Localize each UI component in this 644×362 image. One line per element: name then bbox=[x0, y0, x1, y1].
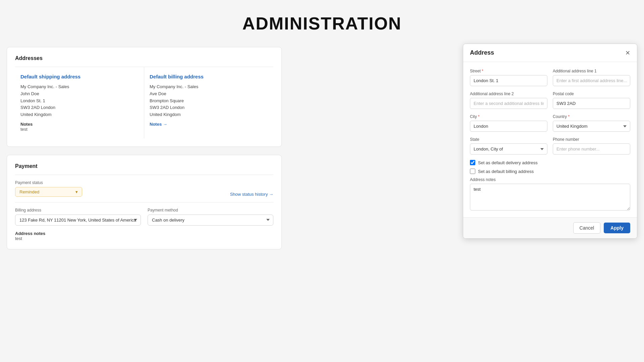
shipping-notes-value: test bbox=[20, 127, 139, 132]
modal-body: Street * Additional address line 1 Addit… bbox=[463, 62, 637, 217]
form-row-address2: Additional address line 2 Postal code bbox=[470, 92, 630, 109]
shipping-notes-label: Notes bbox=[20, 122, 139, 127]
billing-street: Brompton Square bbox=[150, 98, 268, 105]
postal-code-group: Postal code bbox=[553, 92, 630, 109]
payment-address-notes-value: test bbox=[15, 236, 273, 241]
country-label: Country * bbox=[553, 114, 630, 119]
billing-country: United Kingdom bbox=[150, 111, 268, 118]
city-group: City * bbox=[470, 114, 547, 132]
address-notes-label: Address notes bbox=[470, 177, 630, 182]
payment-method-label: Payment method bbox=[148, 208, 273, 213]
default-billing-block: Default billing address My Company Inc. … bbox=[144, 67, 273, 138]
state-select[interactable]: London, City of bbox=[470, 143, 547, 155]
form-row-state-phone: State London, City of Phone number bbox=[470, 137, 630, 155]
additional-line1-input[interactable] bbox=[553, 75, 630, 86]
checkbox-delivery[interactable] bbox=[470, 160, 475, 165]
postal-code-input[interactable] bbox=[553, 98, 630, 109]
country-required-star: * bbox=[568, 114, 570, 119]
default-shipping-title[interactable]: Default shipping address bbox=[20, 74, 139, 79]
payment-address-notes-section: Address notes test bbox=[15, 231, 273, 241]
modal-header: Address ✕ bbox=[463, 44, 637, 62]
shipping-country: United Kingdom bbox=[20, 111, 139, 118]
payment-card-title: Payment bbox=[15, 163, 273, 169]
payment-status-group: Payment status Reminded ▾ bbox=[15, 180, 82, 197]
city-label: City * bbox=[470, 114, 547, 119]
address-modal: Address ✕ Street * Additional address li… bbox=[463, 44, 637, 239]
payment-method-group: Payment method Cash on delivery bbox=[148, 208, 273, 226]
additional-line1-group: Additional address line 1 bbox=[553, 69, 630, 86]
divider bbox=[15, 202, 273, 202]
payment-method-select[interactable]: Cash on delivery bbox=[148, 215, 273, 226]
default-billing-title[interactable]: Default billing address bbox=[150, 74, 268, 79]
address-notes-textarea[interactable]: test bbox=[470, 184, 630, 210]
phone-label: Phone number bbox=[553, 137, 630, 142]
checkbox-billing[interactable] bbox=[470, 169, 475, 174]
form-row-city-country: City * Country * United Kingdom bbox=[470, 114, 630, 132]
billing-company: My Company Inc. - Sales bbox=[150, 83, 268, 90]
checkbox-billing-label[interactable]: Set as default billing address bbox=[478, 169, 534, 174]
state-group: State London, City of bbox=[470, 137, 547, 155]
street-label: Street * bbox=[470, 69, 547, 73]
payment-fields-row: Billing address 123 Fake Rd, NY 11201 Ne… bbox=[15, 208, 273, 226]
country-select[interactable]: United Kingdom bbox=[553, 121, 630, 132]
additional-line2-label: Additional address line 2 bbox=[470, 92, 547, 96]
apply-button[interactable]: Apply bbox=[604, 223, 630, 233]
payment-status-select[interactable]: Reminded ▾ bbox=[15, 187, 82, 197]
additional-line2-input[interactable] bbox=[470, 98, 547, 109]
addresses-card-title: Addresses bbox=[15, 55, 273, 61]
street-input[interactable] bbox=[470, 75, 547, 86]
address-notes-group: Address notes test bbox=[470, 177, 630, 210]
billing-name: Ave Doe bbox=[150, 90, 268, 98]
street-required-star: * bbox=[482, 69, 483, 73]
default-shipping-block: Default shipping address My Company Inc.… bbox=[15, 67, 144, 138]
form-row-street: Street * Additional address line 1 bbox=[470, 69, 630, 86]
city-required-star: * bbox=[478, 114, 480, 119]
billing-notes-link[interactable]: Notes → bbox=[150, 122, 167, 127]
show-status-history-link[interactable]: Show status history → bbox=[230, 192, 273, 197]
addresses-card: Addresses Default shipping address My Co… bbox=[7, 47, 282, 147]
checkbox-delivery-label[interactable]: Set as default delivery address bbox=[478, 160, 538, 165]
billing-address-select[interactable]: 123 Fake Rd, NY 11201 New York, United S… bbox=[15, 215, 141, 226]
phone-group: Phone number bbox=[553, 137, 630, 155]
billing-postal-city: SW3 2AD London bbox=[150, 104, 268, 111]
cancel-button[interactable]: Cancel bbox=[573, 222, 601, 234]
left-panel: Addresses Default shipping address My Co… bbox=[7, 47, 282, 257]
billing-address-group: Billing address 123 Fake Rd, NY 11201 Ne… bbox=[15, 208, 141, 226]
chevron-down-icon: ▾ bbox=[75, 189, 78, 194]
state-label: State bbox=[470, 137, 547, 142]
payment-status-value: Reminded bbox=[19, 189, 39, 194]
additional-line2-group: Additional address line 2 bbox=[470, 92, 547, 109]
payment-inner: Payment status Reminded ▾ Show status hi… bbox=[15, 175, 273, 241]
page-title: ADMINISTRATION bbox=[0, 0, 644, 44]
payment-status-label: Payment status bbox=[15, 180, 82, 185]
checkbox-delivery-row: Set as default delivery address bbox=[470, 160, 630, 165]
billing-address-label: Billing address bbox=[15, 208, 141, 213]
phone-input[interactable] bbox=[553, 143, 630, 155]
postal-code-label: Postal code bbox=[553, 92, 630, 96]
modal-footer: Cancel Apply bbox=[463, 217, 637, 238]
shipping-street: London St. 1 bbox=[20, 98, 139, 105]
addresses-grid: Default shipping address My Company Inc.… bbox=[15, 67, 273, 138]
payment-status-row: Payment status Reminded ▾ Show status hi… bbox=[15, 180, 273, 197]
close-button[interactable]: ✕ bbox=[625, 50, 630, 56]
shipping-notes-section: Notes test bbox=[20, 122, 139, 132]
shipping-postal-city: SW3 2AD London bbox=[20, 104, 139, 111]
checkbox-billing-row: Set as default billing address bbox=[470, 169, 630, 174]
payment-card: Payment Payment status Reminded ▾ Show s… bbox=[7, 155, 282, 249]
street-group: Street * bbox=[470, 69, 547, 86]
city-input[interactable] bbox=[470, 121, 547, 132]
modal-title: Address bbox=[470, 49, 494, 56]
additional-line1-label: Additional address line 1 bbox=[553, 69, 630, 73]
country-group: Country * United Kingdom bbox=[553, 114, 630, 132]
shipping-name: John Doe bbox=[20, 90, 139, 98]
shipping-company: My Company Inc. - Sales bbox=[20, 83, 139, 90]
payment-address-notes-label: Address notes bbox=[15, 231, 273, 236]
